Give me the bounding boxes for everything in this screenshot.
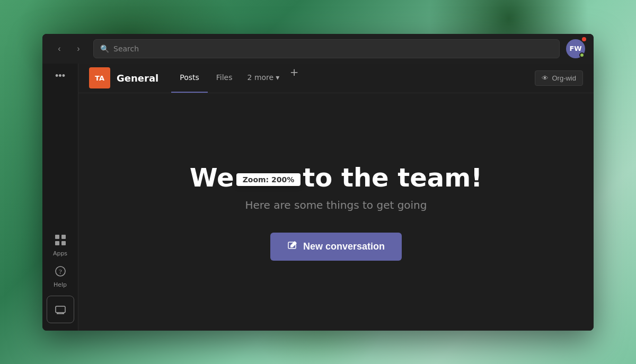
back-button[interactable]: ‹ xyxy=(51,40,68,57)
sidebar-item-apps-label: Apps xyxy=(53,250,67,257)
channel-name: General xyxy=(117,73,158,84)
search-bar[interactable]: 🔍 Search xyxy=(93,39,560,58)
add-tab-button[interactable]: + xyxy=(286,64,303,81)
zoom-tooltip: Zoom: 200% xyxy=(236,173,301,186)
sidebar-item-help-label: Help xyxy=(54,281,67,288)
svg-rect-0 xyxy=(55,235,59,239)
main-body: ••• Apps ? xyxy=(42,64,594,331)
channel-tabs: Posts Files 2 more ▾ + xyxy=(171,64,303,93)
search-placeholder: Search xyxy=(113,45,139,53)
tab-files[interactable]: Files xyxy=(208,64,241,93)
channel-icon: TA xyxy=(89,67,110,88)
content-area: TA General Posts Files 2 more ▾ + xyxy=(78,64,594,331)
tab-posts[interactable]: Posts xyxy=(171,64,208,93)
chevron-down-icon: ▾ xyxy=(276,73,279,82)
apps-icon xyxy=(55,234,66,248)
avatar[interactable]: FW xyxy=(566,39,585,58)
avatar-initials: FW xyxy=(569,45,581,52)
subtitle-text: Here are some things to get going xyxy=(245,199,427,211)
org-wide-button[interactable]: 👁 Org-wid xyxy=(535,70,583,86)
title-bar: ‹ › 🔍 Search FW xyxy=(42,34,594,64)
nav-buttons: ‹ › xyxy=(51,40,87,57)
new-conversation-label: New conversation xyxy=(303,241,385,252)
more-button[interactable]: ••• xyxy=(52,68,69,85)
channel-header: TA General Posts Files 2 more ▾ + xyxy=(78,64,594,93)
welcome-prefix: We xyxy=(190,163,234,192)
device-button[interactable] xyxy=(47,296,74,323)
svg-rect-6 xyxy=(56,306,65,313)
welcome-suffix: to the team! xyxy=(303,163,482,192)
sidebar-item-apps[interactable]: Apps xyxy=(42,230,78,261)
forward-button[interactable]: › xyxy=(70,40,87,57)
search-icon: 🔍 xyxy=(100,45,109,53)
svg-rect-2 xyxy=(55,241,59,245)
svg-rect-3 xyxy=(61,241,66,245)
new-conversation-button[interactable]: New conversation xyxy=(270,233,402,261)
status-dot xyxy=(579,52,585,58)
posts-content: WeZoom: 200%to the team! Here are some t… xyxy=(78,93,594,331)
compose-icon xyxy=(287,240,298,253)
sidebar: ••• Apps ? xyxy=(42,64,78,331)
svg-text:?: ? xyxy=(59,268,62,276)
welcome-text: WeZoom: 200%to the team! xyxy=(190,163,482,192)
sidebar-item-help[interactable]: ? Help xyxy=(42,261,78,292)
app-window: ‹ › 🔍 Search FW ••• xyxy=(42,34,594,331)
eye-icon: 👁 xyxy=(542,74,549,82)
help-icon: ? xyxy=(55,265,66,279)
sidebar-device-item xyxy=(42,292,78,326)
more-icon: ••• xyxy=(55,70,65,82)
more-tabs-button[interactable]: 2 more ▾ xyxy=(241,64,286,93)
svg-rect-1 xyxy=(61,235,66,239)
